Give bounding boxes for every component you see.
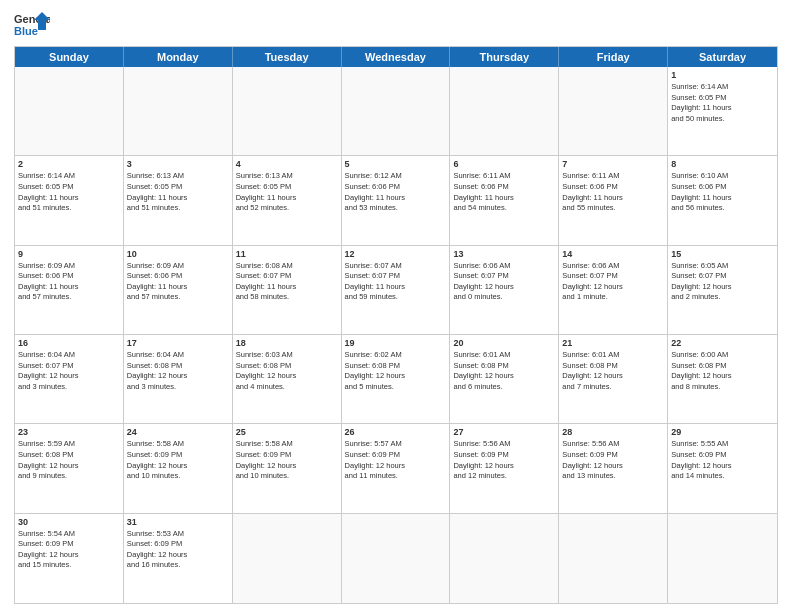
cell-daylight-info: Sunrise: 6:04 AM Sunset: 6:08 PM Dayligh… — [127, 350, 187, 391]
cell-daylight-info: Sunrise: 5:56 AM Sunset: 6:09 PM Dayligh… — [562, 439, 622, 480]
header: General Blue — [14, 10, 778, 40]
weekday-header: Thursday — [450, 47, 559, 67]
day-number: 22 — [671, 337, 774, 349]
calendar-cell: 11Sunrise: 6:08 AM Sunset: 6:07 PM Dayli… — [233, 246, 342, 334]
calendar-cell: 2Sunrise: 6:14 AM Sunset: 6:05 PM Daylig… — [15, 156, 124, 244]
logo: General Blue — [14, 10, 50, 40]
day-number: 2 — [18, 158, 120, 170]
weekday-header: Sunday — [15, 47, 124, 67]
calendar-cell: 16Sunrise: 6:04 AM Sunset: 6:07 PM Dayli… — [15, 335, 124, 423]
day-number: 17 — [127, 337, 229, 349]
day-number: 25 — [236, 426, 338, 438]
day-number: 11 — [236, 248, 338, 260]
cell-daylight-info: Sunrise: 5:59 AM Sunset: 6:08 PM Dayligh… — [18, 439, 78, 480]
day-number: 1 — [671, 69, 774, 81]
calendar-cell: 20Sunrise: 6:01 AM Sunset: 6:08 PM Dayli… — [450, 335, 559, 423]
day-number: 24 — [127, 426, 229, 438]
day-number: 13 — [453, 248, 555, 260]
day-number: 12 — [345, 248, 447, 260]
day-number: 20 — [453, 337, 555, 349]
cell-daylight-info: Sunrise: 6:03 AM Sunset: 6:08 PM Dayligh… — [236, 350, 296, 391]
calendar-cell — [233, 514, 342, 603]
day-number: 27 — [453, 426, 555, 438]
calendar-row: 30Sunrise: 5:54 AM Sunset: 6:09 PM Dayli… — [15, 514, 777, 603]
day-number: 9 — [18, 248, 120, 260]
calendar-cell: 31Sunrise: 5:53 AM Sunset: 6:09 PM Dayli… — [124, 514, 233, 603]
day-number: 26 — [345, 426, 447, 438]
calendar-row: 2Sunrise: 6:14 AM Sunset: 6:05 PM Daylig… — [15, 156, 777, 245]
calendar-cell: 21Sunrise: 6:01 AM Sunset: 6:08 PM Dayli… — [559, 335, 668, 423]
calendar-cell: 13Sunrise: 6:06 AM Sunset: 6:07 PM Dayli… — [450, 246, 559, 334]
calendar-cell: 5Sunrise: 6:12 AM Sunset: 6:06 PM Daylig… — [342, 156, 451, 244]
calendar-cell: 1Sunrise: 6:14 AM Sunset: 6:05 PM Daylig… — [668, 67, 777, 155]
weekday-header: Friday — [559, 47, 668, 67]
calendar-cell: 19Sunrise: 6:02 AM Sunset: 6:08 PM Dayli… — [342, 335, 451, 423]
weekday-header: Monday — [124, 47, 233, 67]
weekday-header: Tuesday — [233, 47, 342, 67]
cell-daylight-info: Sunrise: 6:13 AM Sunset: 6:05 PM Dayligh… — [236, 171, 296, 212]
cell-daylight-info: Sunrise: 5:55 AM Sunset: 6:09 PM Dayligh… — [671, 439, 731, 480]
cell-daylight-info: Sunrise: 5:54 AM Sunset: 6:09 PM Dayligh… — [18, 529, 78, 570]
calendar-cell — [450, 67, 559, 155]
cell-daylight-info: Sunrise: 6:00 AM Sunset: 6:08 PM Dayligh… — [671, 350, 731, 391]
day-number: 3 — [127, 158, 229, 170]
cell-daylight-info: Sunrise: 6:02 AM Sunset: 6:08 PM Dayligh… — [345, 350, 405, 391]
calendar-cell — [15, 67, 124, 155]
calendar-cell — [450, 514, 559, 603]
day-number: 21 — [562, 337, 664, 349]
calendar-cell — [559, 67, 668, 155]
calendar-cell: 22Sunrise: 6:00 AM Sunset: 6:08 PM Dayli… — [668, 335, 777, 423]
day-number: 19 — [345, 337, 447, 349]
day-number: 31 — [127, 516, 229, 528]
calendar-row: 1Sunrise: 6:14 AM Sunset: 6:05 PM Daylig… — [15, 67, 777, 156]
day-number: 8 — [671, 158, 774, 170]
calendar: SundayMondayTuesdayWednesdayThursdayFrid… — [14, 46, 778, 604]
cell-daylight-info: Sunrise: 5:58 AM Sunset: 6:09 PM Dayligh… — [127, 439, 187, 480]
calendar-cell — [124, 67, 233, 155]
calendar-header: SundayMondayTuesdayWednesdayThursdayFrid… — [15, 47, 777, 67]
cell-daylight-info: Sunrise: 6:06 AM Sunset: 6:07 PM Dayligh… — [562, 261, 622, 302]
cell-daylight-info: Sunrise: 6:11 AM Sunset: 6:06 PM Dayligh… — [562, 171, 622, 212]
cell-daylight-info: Sunrise: 6:05 AM Sunset: 6:07 PM Dayligh… — [671, 261, 731, 302]
day-number: 10 — [127, 248, 229, 260]
day-number: 29 — [671, 426, 774, 438]
calendar-cell: 26Sunrise: 5:57 AM Sunset: 6:09 PM Dayli… — [342, 424, 451, 512]
calendar-cell: 17Sunrise: 6:04 AM Sunset: 6:08 PM Dayli… — [124, 335, 233, 423]
calendar-cell: 28Sunrise: 5:56 AM Sunset: 6:09 PM Dayli… — [559, 424, 668, 512]
calendar-cell: 14Sunrise: 6:06 AM Sunset: 6:07 PM Dayli… — [559, 246, 668, 334]
calendar-cell: 30Sunrise: 5:54 AM Sunset: 6:09 PM Dayli… — [15, 514, 124, 603]
calendar-row: 16Sunrise: 6:04 AM Sunset: 6:07 PM Dayli… — [15, 335, 777, 424]
calendar-cell: 6Sunrise: 6:11 AM Sunset: 6:06 PM Daylig… — [450, 156, 559, 244]
cell-daylight-info: Sunrise: 6:10 AM Sunset: 6:06 PM Dayligh… — [671, 171, 731, 212]
generalblue-logo-icon: General Blue — [14, 10, 50, 40]
weekday-header: Saturday — [668, 47, 777, 67]
calendar-row: 23Sunrise: 5:59 AM Sunset: 6:08 PM Dayli… — [15, 424, 777, 513]
calendar-cell — [559, 514, 668, 603]
svg-text:Blue: Blue — [14, 25, 38, 37]
calendar-cell: 12Sunrise: 6:07 AM Sunset: 6:07 PM Dayli… — [342, 246, 451, 334]
calendar-cell: 4Sunrise: 6:13 AM Sunset: 6:05 PM Daylig… — [233, 156, 342, 244]
calendar-cell — [342, 67, 451, 155]
day-number: 4 — [236, 158, 338, 170]
calendar-cell: 25Sunrise: 5:58 AM Sunset: 6:09 PM Dayli… — [233, 424, 342, 512]
calendar-cell — [342, 514, 451, 603]
day-number: 5 — [345, 158, 447, 170]
cell-daylight-info: Sunrise: 6:13 AM Sunset: 6:05 PM Dayligh… — [127, 171, 187, 212]
day-number: 6 — [453, 158, 555, 170]
calendar-cell: 7Sunrise: 6:11 AM Sunset: 6:06 PM Daylig… — [559, 156, 668, 244]
cell-daylight-info: Sunrise: 6:06 AM Sunset: 6:07 PM Dayligh… — [453, 261, 513, 302]
cell-daylight-info: Sunrise: 5:58 AM Sunset: 6:09 PM Dayligh… — [236, 439, 296, 480]
calendar-cell — [233, 67, 342, 155]
calendar-cell: 27Sunrise: 5:56 AM Sunset: 6:09 PM Dayli… — [450, 424, 559, 512]
calendar-cell: 24Sunrise: 5:58 AM Sunset: 6:09 PM Dayli… — [124, 424, 233, 512]
cell-daylight-info: Sunrise: 6:04 AM Sunset: 6:07 PM Dayligh… — [18, 350, 78, 391]
calendar-cell: 10Sunrise: 6:09 AM Sunset: 6:06 PM Dayli… — [124, 246, 233, 334]
day-number: 15 — [671, 248, 774, 260]
calendar-cell: 8Sunrise: 6:10 AM Sunset: 6:06 PM Daylig… — [668, 156, 777, 244]
calendar-cell: 15Sunrise: 6:05 AM Sunset: 6:07 PM Dayli… — [668, 246, 777, 334]
cell-daylight-info: Sunrise: 6:07 AM Sunset: 6:07 PM Dayligh… — [345, 261, 405, 302]
cell-daylight-info: Sunrise: 6:11 AM Sunset: 6:06 PM Dayligh… — [453, 171, 513, 212]
cell-daylight-info: Sunrise: 5:56 AM Sunset: 6:09 PM Dayligh… — [453, 439, 513, 480]
cell-daylight-info: Sunrise: 6:01 AM Sunset: 6:08 PM Dayligh… — [562, 350, 622, 391]
page: General Blue SundayMondayTuesdayWednesda… — [0, 0, 792, 612]
